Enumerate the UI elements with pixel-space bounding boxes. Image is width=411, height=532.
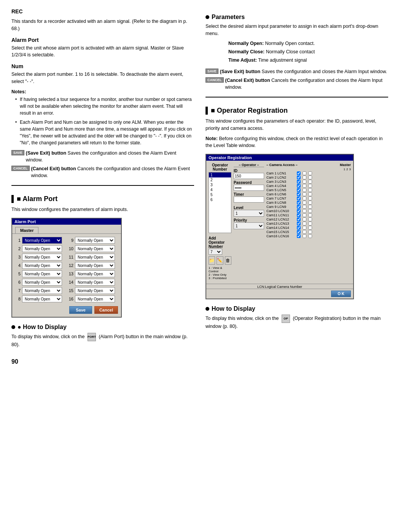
cam12-check3[interactable] [308, 217, 312, 221]
save-small-button[interactable]: SAVE [11, 150, 24, 155]
op-legend: LCN:Logical Camera Number [206, 284, 353, 289]
op-ok-button[interactable]: O K [331, 291, 351, 297]
op-delete-button[interactable]: 🗑 [225, 256, 231, 265]
cam2-check3[interactable] [308, 176, 312, 179]
cam3-check1[interactable] [297, 180, 301, 184]
alarm-select-1[interactable]: Normally Open [22, 237, 62, 244]
alarm-cancel-button[interactable]: Cancel [94, 306, 118, 314]
cam3-check3[interactable] [308, 180, 312, 184]
cam4-check2[interactable] [303, 184, 306, 188]
cancel-small-button[interactable]: CANCEL [11, 166, 30, 171]
cam7-check3[interactable] [308, 197, 312, 200]
cam1-check3[interactable] [308, 171, 312, 175]
op-item-4[interactable]: 4 [209, 187, 231, 192]
cam8-check2[interactable] [303, 201, 306, 204]
alarm-grid: 1 Normally Open 9 Normally Open 2 [15, 237, 118, 303]
cam8-check3[interactable] [308, 201, 312, 204]
op-item-1[interactable]: 1 [209, 173, 231, 177]
alarm-select-12[interactable]: Normally Open [75, 262, 115, 269]
cam15-check1[interactable] [297, 230, 301, 234]
op-number-label: Operator Number [209, 163, 231, 171]
cam16-check1[interactable] [297, 234, 301, 238]
op-add-select[interactable]: 7 [209, 249, 222, 255]
cam3-check2[interactable] [303, 180, 306, 184]
alarm-select-4[interactable]: Normally Open [22, 262, 62, 269]
cam14-check1[interactable] [297, 226, 301, 230]
cam5-check1[interactable] [297, 188, 301, 192]
id-field[interactable] [234, 173, 264, 179]
cam14-check3[interactable] [308, 226, 312, 230]
alarm-select-16[interactable]: Normally Open [75, 296, 115, 302]
op-item-5[interactable]: 5 [209, 192, 231, 197]
alarm-select-11[interactable]: Normally Open [75, 254, 115, 260]
cam11-check3[interactable] [308, 213, 312, 217]
priority-select[interactable]: 1 [234, 222, 264, 229]
alarm-select-9[interactable]: Normally Open [75, 237, 115, 244]
alarm-select-14[interactable]: Normally Open [75, 279, 115, 286]
op-add-button[interactable]: 📁 [209, 256, 215, 265]
cam13-check3[interactable] [308, 222, 312, 225]
cam16-check3[interactable] [308, 234, 312, 238]
cam4-check3[interactable] [308, 184, 312, 188]
cam12-check2[interactable] [303, 217, 306, 221]
priority-group: Priority 1 [234, 218, 264, 229]
cam15-check3[interactable] [308, 230, 312, 234]
cam13-check2[interactable] [303, 222, 306, 225]
cam16-check2[interactable] [303, 234, 306, 238]
cam10-check2[interactable] [303, 209, 306, 213]
alarm-save-button[interactable]: Save [69, 306, 92, 314]
cam6-check2[interactable] [303, 192, 306, 196]
level-select[interactable]: 1 [234, 210, 264, 217]
cam14-check2[interactable] [303, 226, 306, 230]
alarm-select-2[interactable]: Normally Open [22, 245, 62, 252]
password-field[interactable] [234, 185, 264, 191]
timer-label: Timer [234, 192, 264, 197]
cam9-check3[interactable] [308, 205, 312, 209]
cam11-check1[interactable] [297, 213, 301, 217]
cam10-check3[interactable] [308, 209, 312, 213]
alarm-row-11: 11 Normally Open [68, 254, 118, 260]
alarm-port-intro: This window configures the parameters of… [11, 206, 194, 213]
camera-list: Cam 1 LCN1 Cam 2 LCN2 [266, 171, 351, 238]
cam2-check2[interactable] [303, 176, 306, 179]
cam9-check2[interactable] [303, 205, 306, 209]
alarm-select-5[interactable]: Normally Open [22, 270, 62, 277]
cam7-check1[interactable] [297, 197, 301, 200]
alarm-select-13[interactable]: Normally Open [75, 270, 115, 277]
op-item-6[interactable]: 6 [209, 197, 231, 202]
alarm-port-tab[interactable]: Master [15, 227, 38, 233]
right-cancel-small-button[interactable]: CANCEL [206, 77, 224, 83]
alarm-how-to-display-text: To display this window, click on the POR… [11, 333, 194, 348]
cam8-check1[interactable] [297, 201, 301, 204]
cam6-check3[interactable] [308, 192, 312, 196]
cam13-check1[interactable] [297, 222, 301, 225]
op-edit-button[interactable]: ✏️ [217, 256, 223, 265]
cam2-check1[interactable] [297, 176, 301, 179]
op-number-list[interactable]: 1 2 3 4 5 6 [209, 172, 231, 233]
alarm-select-8[interactable]: Normally Open [22, 296, 62, 302]
alarm-select-6[interactable]: Normally Open [22, 279, 62, 286]
cam1-check1[interactable] [297, 171, 301, 175]
view-legend: 1 : View & Control 2 : View Only 3 : Pro… [209, 266, 231, 280]
alarm-select-7[interactable]: Normally Open [22, 287, 62, 294]
cam4-check1[interactable] [297, 184, 301, 188]
cam15-check2[interactable] [303, 230, 306, 234]
cam12-check1[interactable] [297, 217, 301, 221]
alarm-select-10[interactable]: Normally Open [75, 245, 115, 252]
cam5-check3[interactable] [308, 188, 312, 192]
alarm-select-3[interactable]: Normally Open [22, 254, 62, 260]
cam9-check1[interactable] [297, 205, 301, 209]
op-reg-body: Operator Number 1 2 3 4 5 6 Add Operator… [206, 161, 353, 282]
timer-field[interactable] [234, 197, 264, 203]
cam10-check1[interactable] [297, 209, 301, 213]
op-item-2[interactable]: 2 [209, 177, 231, 182]
cam11-check2[interactable] [303, 213, 306, 217]
op-reg-note: Note: Before configuring this window, ch… [206, 135, 388, 150]
right-save-small-button[interactable]: SAVE [206, 69, 218, 74]
op-item-3[interactable]: 3 [209, 182, 231, 187]
cam6-check1[interactable] [297, 192, 301, 196]
cam1-check2[interactable] [303, 171, 306, 175]
cam5-check2[interactable] [303, 188, 306, 192]
cam7-check2[interactable] [303, 197, 306, 200]
alarm-select-15[interactable]: Normally Open [75, 287, 115, 294]
